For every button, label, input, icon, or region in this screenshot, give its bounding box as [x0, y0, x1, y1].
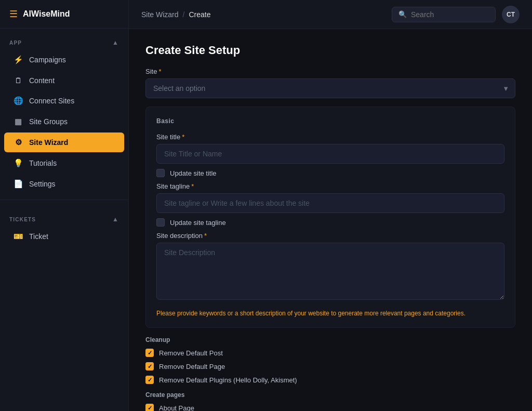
sidebar-item-tutorials[interactable]: 💡 Tutorials	[4, 153, 124, 173]
sidebar-item-content[interactable]: 🗒 Content	[4, 71, 124, 90]
sidebar-item-label: Connect Sites	[29, 97, 74, 105]
sidebar-item-label: Campaigns	[29, 56, 66, 64]
cleanup-label: Cleanup	[145, 336, 515, 343]
breadcrumb-root[interactable]: Site Wizard	[141, 10, 179, 19]
campaigns-icon: ⚡	[14, 55, 23, 64]
search-input[interactable]	[411, 10, 489, 19]
about-page-checkbox[interactable]	[145, 404, 154, 411]
breadcrumb-current: Create	[189, 10, 210, 19]
breadcrumb-separator: /	[183, 10, 185, 19]
sidebar-item-label: Content	[29, 76, 55, 85]
connect-sites-icon: 🌐	[14, 96, 23, 105]
ticket-icon: 🎫	[14, 232, 23, 241]
logo-area: ☰ AIWiseMind	[0, 0, 128, 29]
remove-default-plugins-row[interactable]: Remove Default Plugins (Hello Dolly, Aki…	[145, 376, 515, 384]
tickets-section-label: TICKETS ▲	[0, 205, 128, 226]
sidebar-item-label: Site Groups	[29, 117, 68, 126]
tutorials-icon: 💡	[14, 158, 23, 168]
cleanup-section: Cleanup Remove Default Post Remove Defau…	[145, 336, 515, 411]
site-tagline-label: Site tagline *	[156, 182, 504, 190]
sidebar-item-settings[interactable]: 📄 Settings	[4, 174, 124, 194]
page-title: Create Site Setup	[145, 44, 515, 57]
remove-default-page-row[interactable]: Remove Default Page	[145, 362, 515, 370]
tickets-section-chevron[interactable]: ▲	[112, 216, 119, 223]
sidebar-item-label: Site Wizard	[29, 138, 68, 147]
content-area: Create Site Setup Site * Select an optio…	[129, 29, 532, 411]
basic-section: Basic Site title * Update site title Sit…	[145, 107, 515, 328]
menu-icon[interactable]: ☰	[9, 8, 18, 20]
search-box[interactable]: 🔍	[392, 7, 496, 22]
avatar[interactable]: CT	[502, 6, 520, 23]
sidebar: ☰ AIWiseMind APP ▲ ⚡ Campaigns 🗒 Content…	[0, 0, 129, 411]
site-tagline-input[interactable]	[156, 193, 504, 213]
site-title-label: Site title *	[156, 133, 504, 141]
app-name: AIWiseMind	[23, 9, 70, 19]
update-site-tagline-checkbox[interactable]	[156, 218, 165, 227]
app-section-chevron[interactable]: ▲	[112, 39, 119, 46]
basic-section-label: Basic	[156, 117, 504, 125]
sidebar-item-label: Ticket	[29, 232, 48, 241]
remove-default-plugins-label: Remove Default Plugins (Hello Dolly, Aki…	[159, 376, 297, 384]
about-page-label: About Page	[159, 404, 194, 412]
update-site-tagline-label: Update site tagline	[170, 219, 226, 227]
site-title-input[interactable]	[156, 144, 504, 164]
site-select[interactable]: Select an option	[145, 78, 515, 98]
site-required-star: *	[158, 68, 161, 75]
search-icon: 🔍	[398, 10, 407, 18]
remove-default-plugins-checkbox[interactable]	[145, 376, 154, 384]
site-description-textarea[interactable]	[156, 243, 504, 300]
remove-default-page-checkbox[interactable]	[145, 362, 154, 370]
sidebar-item-label: Settings	[29, 180, 56, 188]
about-page-row[interactable]: About Page	[145, 404, 515, 411]
site-description-hint: Please provide keywords or a short descr…	[156, 310, 504, 317]
site-tagline-required-star: *	[191, 182, 194, 190]
update-site-title-checkbox[interactable]	[156, 169, 165, 177]
sidebar-item-ticket[interactable]: 🎫 Ticket	[4, 227, 124, 246]
sidebar-item-campaigns[interactable]: ⚡ Campaigns	[4, 50, 124, 70]
sidebar-item-site-wizard[interactable]: ⚙ Site Wizard	[4, 132, 124, 152]
remove-default-post-label: Remove Default Post	[159, 349, 223, 357]
site-field-label: Site *	[145, 68, 515, 75]
settings-icon: 📄	[14, 179, 23, 189]
update-site-title-label: Update site title	[170, 169, 217, 177]
sidebar-item-site-groups[interactable]: ▦ Site Groups	[4, 112, 124, 131]
create-pages-label: Create pages	[145, 391, 515, 399]
site-title-required-star: *	[182, 133, 184, 141]
topbar-right: 🔍 CT	[392, 6, 520, 23]
update-site-title-checkbox-row[interactable]: Update site title	[156, 169, 504, 177]
site-groups-icon: ▦	[14, 117, 23, 126]
sidebar-divider	[0, 200, 128, 200]
remove-default-post-checkbox[interactable]	[145, 349, 154, 357]
remove-default-post-row[interactable]: Remove Default Post	[145, 349, 515, 357]
remove-default-page-label: Remove Default Page	[159, 363, 225, 370]
main-area: Site Wizard / Create 🔍 CT Create Site Se…	[129, 0, 532, 411]
topbar: Site Wizard / Create 🔍 CT	[129, 0, 532, 29]
site-description-required-star: *	[204, 232, 207, 240]
site-select-wrapper: Select an option ▼	[145, 78, 515, 98]
site-wizard-icon: ⚙	[14, 138, 23, 147]
site-description-label: Site description *	[156, 232, 504, 240]
sidebar-item-label: Tutorials	[29, 159, 57, 167]
update-site-tagline-checkbox-row[interactable]: Update site tagline	[156, 218, 504, 227]
app-section-label: APP ▲	[0, 29, 128, 49]
sidebar-item-connect-sites[interactable]: 🌐 Connect Sites	[4, 91, 124, 111]
breadcrumb: Site Wizard / Create	[141, 10, 211, 19]
content-icon: 🗒	[14, 76, 23, 85]
